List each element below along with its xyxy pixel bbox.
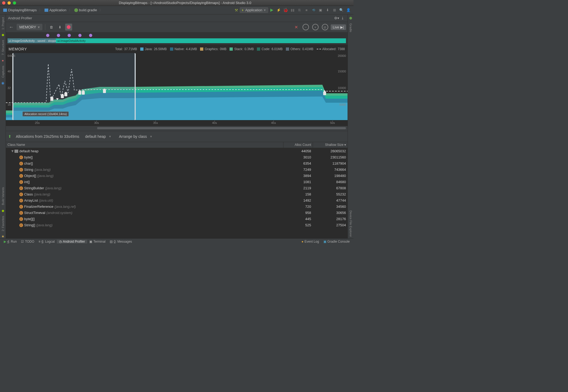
table-row[interactable]: CStructTimeval (android.system)95830656 [6,210,348,216]
time-tick: 35s [153,121,158,124]
status-terminal[interactable]: ▣Terminal [87,240,108,243]
activity-segment[interactable]: ui.ImageGridActivity - saved - stopped [8,38,56,43]
alloc-count: 2119 [283,186,313,190]
avd-button[interactable]: ▣ [318,7,323,13]
status-messages[interactable]: ▤0: Messages [108,240,134,243]
y-axis-tick-right: 10000 [338,86,346,90]
minimize-window-icon[interactable] [8,1,11,5]
column-alloc-count[interactable]: Alloc Count [283,142,313,148]
live-button[interactable]: Live▶| [331,24,346,30]
captures-tool[interactable]: Captures [1,64,5,79]
status-profiler[interactable]: ◷Android Profiler [57,240,87,243]
class-name: int[] [24,180,30,184]
apply-changes-button[interactable]: ⚡ [276,7,282,13]
search-button[interactable]: 🔍 [338,7,344,13]
class-name: ArrayList [24,198,38,202]
run-config-selector[interactable]: Application▾ [240,7,268,13]
package-hint: (java.util) [39,198,53,202]
activity-segment[interactable]: ui.ImageDetailActivity [56,38,346,43]
close-window-icon[interactable] [2,1,5,5]
debug-button[interactable]: 🐞 [283,7,289,13]
status-todo[interactable]: ☑TODO [19,240,36,243]
scrollbar-thumb[interactable] [97,127,346,129]
class-name: default heap [19,149,39,153]
column-shallow-size[interactable]: Shallow Size ▾ [313,142,348,148]
alloc-count: 1081 [283,180,313,184]
horizontal-scrollbar[interactable] [6,126,348,131]
close-session-button[interactable]: ✕ [294,25,298,30]
selection-range[interactable] [12,53,136,120]
table-row[interactable]: Cint[]108184680 [6,179,348,185]
gc-button[interactable]: 🗑 [48,24,55,31]
table-row[interactable]: Cbyte[]301023011560 [6,154,348,160]
profiler-view-selector[interactable]: MEMORY▾ [17,24,42,30]
sdk-button[interactable]: ⬇ [324,7,330,13]
table-row[interactable]: ▼default heap4405826065032 [6,148,348,154]
chart-tooltip: Allocation record (10s404.14ms) [23,112,69,116]
status-event-log[interactable]: ●Event Log [299,240,321,243]
zoom-in-button[interactable]: + [312,24,319,30]
shallow-size: 23011560 [313,155,348,159]
record-button[interactable] [65,24,72,31]
build-button[interactable]: ⚒ [233,7,239,13]
device-explorer-tool[interactable]: Device File Explorer [349,209,352,238]
column-class-name[interactable]: Class Name [6,142,283,148]
settings-icon[interactable]: ⚙▾ [334,16,340,20]
heap-selector[interactable]: default heap▼ [84,134,113,139]
class-icon: C [19,174,23,178]
class-name: String [24,168,33,172]
zoom-out-button[interactable]: − [303,24,309,30]
table-row[interactable]: Cbyte[][]44528176 [6,216,348,222]
sync-button[interactable]: ⟲ [311,7,316,13]
y-axis-tick: 64MB [8,54,15,57]
attach-debugger-button[interactable]: ⎘ [297,7,303,13]
breadcrumb-project[interactable]: DisplayingBitmaps [2,8,38,12]
export-icon[interactable]: ⬆ [8,134,12,139]
gradle-tool[interactable]: Gradle [349,22,352,34]
shallow-size: 47744 [313,198,348,202]
timeline-area[interactable]: ui.ImageGridActivity - saved - stopped u… [6,32,348,45]
table-row[interactable]: CClass (java.lang)15855232 [6,191,348,197]
user-icon[interactable]: 👤 [345,7,351,13]
status-logcat[interactable]: ≡6: Logcat [36,240,57,243]
alloc-count: 44058 [283,149,313,153]
table-row[interactable]: CArrayList (java.util)149247744 [6,197,348,204]
table-row[interactable]: CStringBuilder (java.lang)211967808 [6,185,348,191]
gradle-icon [74,8,78,12]
reset-zoom-button[interactable]: ⊘ [322,24,328,30]
table-row[interactable]: CFinalizerReference (java.lang.ref)72034… [6,204,348,210]
heap-dump-button[interactable]: ⬇ [57,24,64,31]
expand-icon[interactable]: ▼ [11,149,13,153]
structure-tool[interactable]: 7: Structure [1,38,5,57]
export-icon[interactable]: ⤓ [340,16,345,20]
stop-button[interactable]: ■ [304,7,309,13]
legend-java: Java: 26.58MB [140,47,167,51]
breadcrumb-module[interactable]: Application [43,8,68,12]
class-name: StringBuilder [24,186,44,190]
gc-event-icon [323,92,326,95]
profiler-toolbar: ← MEMORY▾ 🗑 ⬇ ✕ − + ⊘ Live▶| [6,22,348,32]
allocations-table[interactable]: ▼default heap4405826065032Cbyte[]3010230… [6,148,348,238]
status-run[interactable]: ▶4: Run [2,240,19,243]
arrange-selector[interactable]: Arrange by class▼ [117,134,154,139]
gc-event-icon [82,91,85,95]
class-icon: C [19,180,23,184]
zoom-window-icon[interactable] [13,1,16,5]
android-icon: ◆ [2,209,4,213]
table-row[interactable]: CObject[] (java.lang)3894198480 [6,173,348,179]
status-gradle-console[interactable]: ▣Gradle Console [321,240,352,243]
shallow-size: 27504 [313,223,348,227]
project-tool[interactable]: 1: Project [1,16,5,31]
profile-button[interactable]: ▮▮ [290,7,296,13]
run-button[interactable] [269,7,275,13]
table-row[interactable]: CString (java.lang)7249743664 [6,167,348,173]
favorites-tool[interactable]: 2: Favorites [1,214,5,233]
memory-chart[interactable]: 64MB 48 32 16 20000 15000 10000 5000 ➤ A… [6,53,348,120]
build-variants-tool[interactable]: Build Variants [1,186,5,207]
breadcrumb-file[interactable]: build.gradle [73,8,99,12]
back-button[interactable]: ← [8,23,15,31]
table-row[interactable]: Cchar[]63541187904 [6,160,348,167]
structure-button[interactable]: ⊞ [331,7,337,13]
table-row[interactable]: CString[] (java.lang)52527504 [6,222,348,228]
time-ruler[interactable]: 25s 30s 35s 40s 45s 50s [6,120,348,126]
